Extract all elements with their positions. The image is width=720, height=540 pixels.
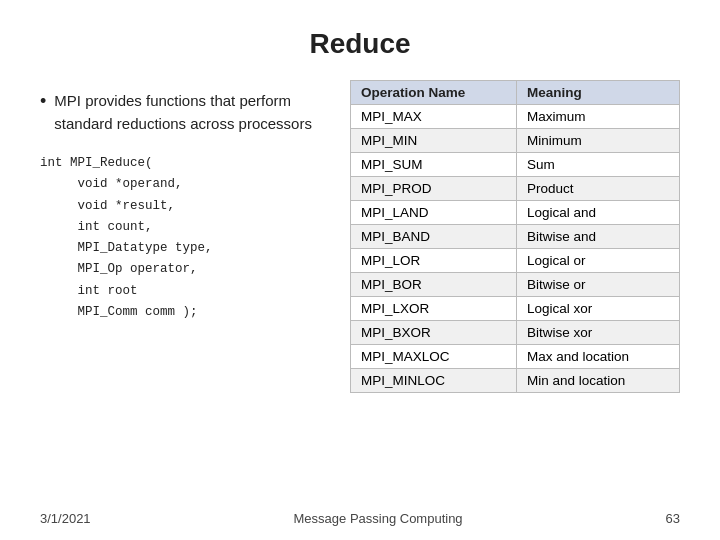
bullet-icon: • xyxy=(40,90,46,113)
table-row: MPI_LANDLogical and xyxy=(351,201,680,225)
table-row: MPI_MINLOCMin and location xyxy=(351,369,680,393)
table-row: MPI_MAXLOCMax and location xyxy=(351,345,680,369)
meaning-cell: Bitwise and xyxy=(516,225,679,249)
meaning-cell: Minimum xyxy=(516,129,679,153)
footer: 3/1/2021 Message Passing Computing 63 xyxy=(0,511,720,526)
table-header-row: Operation Name Meaning xyxy=(351,81,680,105)
meaning-cell: Bitwise xor xyxy=(516,321,679,345)
left-panel: • MPI provides functions that perform st… xyxy=(40,80,320,393)
operation-name-cell: MPI_LAND xyxy=(351,201,517,225)
operation-name-cell: MPI_MIN xyxy=(351,129,517,153)
meaning-cell: Sum xyxy=(516,153,679,177)
footer-date: 3/1/2021 xyxy=(40,511,91,526)
meaning-cell: Product xyxy=(516,177,679,201)
operation-name-cell: MPI_BAND xyxy=(351,225,517,249)
col-header-meaning: Meaning xyxy=(516,81,679,105)
table-row: MPI_SUMSum xyxy=(351,153,680,177)
meaning-cell: Min and location xyxy=(516,369,679,393)
operations-table: Operation Name Meaning MPI_MAXMaximumMPI… xyxy=(350,80,680,393)
table-row: MPI_LORLogical or xyxy=(351,249,680,273)
meaning-cell: Logical xor xyxy=(516,297,679,321)
operation-name-cell: MPI_MAXLOC xyxy=(351,345,517,369)
meaning-cell: Max and location xyxy=(516,345,679,369)
meaning-cell: Logical and xyxy=(516,201,679,225)
page-title: Reduce xyxy=(0,0,720,80)
code-block: int MPI_Reduce( void *operand, void *res… xyxy=(40,153,320,323)
table-row: MPI_PRODProduct xyxy=(351,177,680,201)
operation-name-cell: MPI_LOR xyxy=(351,249,517,273)
bullet-text: MPI provides functions that perform stan… xyxy=(54,90,320,135)
bullet-point: • MPI provides functions that perform st… xyxy=(40,90,320,135)
content-area: • MPI provides functions that perform st… xyxy=(0,80,720,393)
meaning-cell: Logical or xyxy=(516,249,679,273)
operation-name-cell: MPI_MAX xyxy=(351,105,517,129)
table-row: MPI_BXORBitwise xor xyxy=(351,321,680,345)
table-row: MPI_LXORLogical xor xyxy=(351,297,680,321)
footer-page: 63 xyxy=(666,511,680,526)
operation-name-cell: MPI_BXOR xyxy=(351,321,517,345)
operation-name-cell: MPI_BOR xyxy=(351,273,517,297)
table-row: MPI_MAXMaximum xyxy=(351,105,680,129)
footer-center: Message Passing Computing xyxy=(294,511,463,526)
operation-name-cell: MPI_MINLOC xyxy=(351,369,517,393)
col-header-operation: Operation Name xyxy=(351,81,517,105)
right-panel: Operation Name Meaning MPI_MAXMaximumMPI… xyxy=(350,80,680,393)
table-row: MPI_MINMinimum xyxy=(351,129,680,153)
operation-name-cell: MPI_SUM xyxy=(351,153,517,177)
meaning-cell: Bitwise or xyxy=(516,273,679,297)
operation-name-cell: MPI_LXOR xyxy=(351,297,517,321)
table-row: MPI_BANDBitwise and xyxy=(351,225,680,249)
operation-name-cell: MPI_PROD xyxy=(351,177,517,201)
table-row: MPI_BORBitwise or xyxy=(351,273,680,297)
meaning-cell: Maximum xyxy=(516,105,679,129)
